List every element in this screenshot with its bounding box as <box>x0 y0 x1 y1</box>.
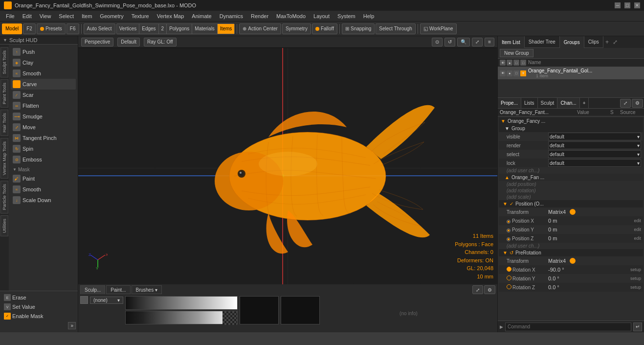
menu-file[interactable]: File <box>2 12 19 20</box>
menu-select[interactable]: Select <box>55 12 78 20</box>
menu-dynamics[interactable]: Dynamics <box>216 12 247 20</box>
auto-select-button[interactable]: Auto Select <box>84 23 115 34</box>
menu-vertex-map[interactable]: Vertex Map <box>153 12 188 20</box>
add-rotation[interactable]: (add rotation) <box>499 187 643 194</box>
lock-dropdown[interactable]: default▾ <box>548 159 641 167</box>
utilities-tab[interactable]: Utilities <box>0 215 8 236</box>
pos-y-edit[interactable]: edit <box>634 227 641 232</box>
rot-y-setup[interactable]: setup <box>630 276 641 281</box>
set-value-tool[interactable]: V Set Value <box>2 302 76 311</box>
action-center-button[interactable]: ⊕ Action Center <box>239 23 281 34</box>
vertices-button[interactable]: Vertices <box>117 24 140 34</box>
row-icon-render[interactable]: □ <box>513 70 519 76</box>
f2-button[interactable]: F2 <box>23 23 36 34</box>
add-scale[interactable]: (add scale) <box>499 194 643 200</box>
groups-tab[interactable]: Groups <box>560 36 584 48</box>
workplane-button[interactable]: ◱ WorkPlane <box>420 23 457 34</box>
pos-y-radio[interactable] <box>507 229 511 232</box>
tool-spin[interactable]: ↻ Spin <box>11 143 76 154</box>
props-expand-btn[interactable]: ⤢ <box>620 99 631 108</box>
group-section[interactable]: ▼ Group <box>499 125 643 132</box>
menu-system[interactable]: System <box>333 12 359 20</box>
vp-icon-btn4[interactable]: ⤢ <box>472 38 483 46</box>
menu-view[interactable]: View <box>36 12 55 20</box>
select-through-button[interactable]: Select Through <box>376 23 416 34</box>
rot-x-dot[interactable] <box>507 267 511 272</box>
f6-button[interactable]: F6 <box>67 23 79 34</box>
props-tab[interactable]: Prope... <box>498 98 521 108</box>
sculpt-tools-tab[interactable]: Sculpt Tools <box>0 47 8 77</box>
model-button[interactable]: Model <box>2 23 22 34</box>
position-section[interactable]: ▼ ✓ Position (O... <box>499 200 643 207</box>
pos-x-edit[interactable]: edit <box>634 218 641 223</box>
sculpt-tab-prop[interactable]: Sculpt <box>538 98 558 108</box>
expand-tab-button[interactable]: ⤢ <box>611 36 620 48</box>
render-dropdown[interactable]: default▾ <box>548 141 641 149</box>
tool-smudge[interactable]: ⟿ Smudge <box>11 111 76 122</box>
erase-tool[interactable]: E Erase <box>2 293 76 302</box>
group-add-user[interactable]: (add user ch...) <box>499 167 643 174</box>
col-icon-check[interactable]: □ <box>520 60 526 66</box>
falloff-button[interactable]: Falloff <box>312 23 337 34</box>
gradient-swatch-bottom[interactable] <box>125 311 238 324</box>
menu-edit[interactable]: Edit <box>19 12 36 20</box>
tool-paint-mask[interactable]: 🖌 Paint <box>11 173 76 184</box>
vp-icon-btn3[interactable]: 🔍 <box>457 38 470 46</box>
menu-layout[interactable]: Layout <box>310 12 333 20</box>
materials-button[interactable]: Materials <box>192 24 218 34</box>
tool-smooth[interactable]: ≈ Smooth <box>11 68 76 79</box>
add-tab-button[interactable]: + <box>603 36 611 48</box>
vp-icon-btn5[interactable]: ≡ <box>485 38 494 46</box>
tool-smooth-mask[interactable]: ≈ Smooth <box>11 184 76 195</box>
shader-tree-tab[interactable]: Shader Tree <box>525 36 560 48</box>
default-button[interactable]: Default <box>117 38 140 46</box>
tool-tangent-pinch[interactable]: ⋈ Tangent Pinch <box>11 133 76 143</box>
lists-tab[interactable]: Lists <box>521 98 538 108</box>
paint-tools-tab[interactable]: Paint Tools <box>0 79 8 108</box>
prop-root[interactable]: ▼ Orange_Fancy ... <box>499 117 643 125</box>
tool-scale-down[interactable]: ↓ Scale Down <box>11 195 76 206</box>
menu-geometry[interactable]: Geometry <box>96 12 127 20</box>
viewport-canvas[interactable]: 11 Items Polygons : Face Channels: 0 Def… <box>78 48 497 284</box>
rot-z-dot[interactable] <box>507 284 511 289</box>
prerotation-section[interactable]: ▼ ↺ PreRotation <box>499 249 643 256</box>
rot-z-setup[interactable]: setup <box>630 285 641 290</box>
cmd-enter-button[interactable]: ↵ <box>633 322 642 331</box>
vf-expand-btn[interactable]: ⤢ <box>472 285 483 294</box>
pos-z-edit[interactable]: edit <box>634 236 641 241</box>
menu-item[interactable]: Item <box>78 12 96 20</box>
new-group-button[interactable]: New Group <box>500 49 533 57</box>
item-list-tab[interactable]: Item List <box>498 36 525 48</box>
add-position[interactable]: (add position) <box>499 181 643 187</box>
select-dropdown[interactable]: default▾ <box>548 150 641 158</box>
orange-fan-section[interactable]: ▲ Orange_Fan ... <box>499 174 643 181</box>
presets-button[interactable]: Presets <box>37 23 66 34</box>
row-icon-lock[interactable]: ● <box>507 70 512 76</box>
menu-texture[interactable]: Texture <box>128 12 153 20</box>
menu-animate[interactable]: Animate <box>188 12 215 20</box>
snapping-button[interactable]: ⊞ Snapping <box>342 23 375 34</box>
rot-x-setup[interactable]: setup <box>630 267 641 272</box>
row-icon-eye[interactable]: 👁 <box>500 70 506 76</box>
expand-button[interactable]: » <box>68 322 76 329</box>
clips-tab[interactable]: Clips <box>584 36 603 48</box>
command-input[interactable] <box>505 322 631 331</box>
hair-tools-tab[interactable]: Hair Tools <box>0 110 8 136</box>
particle-tools-tab[interactable]: Particle Tools <box>0 181 8 213</box>
ray-gl-button[interactable]: Ray GL: Off <box>144 38 177 46</box>
menu-render[interactable]: Render <box>247 12 272 20</box>
symmetry-button[interactable]: Symmetry <box>282 23 311 34</box>
perspective-button[interactable]: Perspective <box>81 38 113 46</box>
col-icon-render[interactable]: □ <box>513 60 519 66</box>
col-icon-lock[interactable]: ● <box>507 60 512 66</box>
tool-scar[interactable]: ∕ Scar <box>11 90 76 100</box>
col-icon-eye[interactable]: 👁 <box>500 60 506 66</box>
close-button[interactable]: ✕ <box>634 2 640 8</box>
add-prop-tab[interactable]: + <box>580 98 589 108</box>
tool-clay[interactable]: ◈ Clay <box>11 57 76 68</box>
menu-help[interactable]: Help <box>359 12 378 20</box>
gradient-swatch-top[interactable] <box>125 296 238 310</box>
rot-y-dot[interactable] <box>507 276 511 280</box>
tool-move[interactable]: ⤢ Move <box>11 122 76 133</box>
items-button[interactable]: Items <box>218 24 234 34</box>
